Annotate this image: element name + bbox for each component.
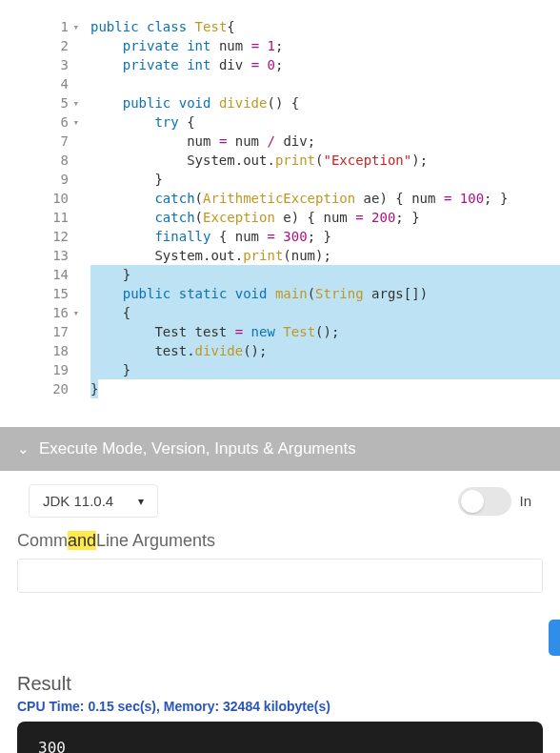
highlight-text: and	[68, 531, 96, 550]
chevron-down-icon: ⌄	[17, 440, 30, 458]
jdk-version-select[interactable]: JDK 11.0.4 ▾	[29, 484, 158, 518]
output-console: 300	[17, 722, 543, 753]
selected-line: }	[90, 265, 560, 284]
commandline-args-input[interactable]	[17, 559, 543, 593]
selected-line: }	[90, 360, 560, 379]
interactive-toggle[interactable]	[458, 487, 511, 516]
jdk-version-label: JDK 11.0.4	[43, 493, 113, 509]
execute-panel-header[interactable]: ⌄ Execute Mode, Version, Inputs & Argume…	[0, 427, 560, 471]
execute-panel-title: Execute Mode, Version, Inputs & Argument…	[39, 439, 356, 458]
selected-line: public static void main(String args[])	[90, 284, 560, 303]
commandline-args-label: CommandLine Arguments	[0, 521, 560, 551]
selected-line: {	[90, 303, 560, 322]
code-editor[interactable]: 1▾ 2 3 4 5▾ 6▾ 7 8 9 10 11 12 13 14 15 1…	[0, 0, 560, 398]
toggle-label: In	[519, 493, 531, 509]
code-content[interactable]: public class Test{ private int num = 1; …	[90, 17, 560, 398]
selected-line: Test test = new Test();	[90, 322, 560, 341]
result-label: Result	[0, 673, 560, 695]
chevron-down-icon: ▾	[138, 495, 144, 508]
line-gutter: 1▾ 2 3 4 5▾ 6▾ 7 8 9 10 11 12 13 14 15 1…	[0, 17, 90, 398]
cpu-time-memory: CPU Time: 0.15 sec(s), Memory: 32484 kil…	[0, 695, 560, 722]
selected-line: test.divide();	[90, 341, 560, 360]
run-button[interactable]	[549, 620, 560, 656]
console-output: 300	[38, 739, 66, 753]
